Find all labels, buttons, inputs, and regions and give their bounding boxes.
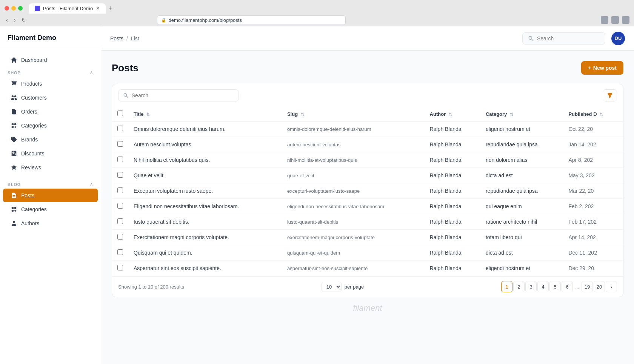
pagination-page-2[interactable]: 2 — [513, 281, 525, 292]
row-author[interactable]: Ralph Blanda — [425, 261, 480, 276]
row-checkbox-4[interactable] — [117, 187, 123, 193]
table-row: Nihil mollitia et voluptatibus quis. nih… — [112, 152, 623, 168]
minimize-window-btn[interactable] — [11, 6, 16, 11]
pagination-next-btn[interactable]: › — [606, 281, 617, 292]
row-title[interactable]: Aspernatur sint eos suscipit sapiente. — [128, 261, 282, 276]
shop-section-label: SHOP ∧ — [0, 67, 101, 77]
row-checkbox-9[interactable] — [117, 265, 123, 270]
col-slug[interactable]: Slug ⇅ — [282, 107, 425, 121]
per-page-selector[interactable]: 10 25 50 per page — [322, 282, 364, 292]
col-title[interactable]: Title ⇅ — [128, 107, 282, 121]
extension-icon-3[interactable] — [622, 16, 629, 24]
row-author[interactable]: Ralph Blanda — [425, 152, 480, 168]
url-text: demo.filamentphp.com/blog/posts — [169, 17, 242, 23]
top-bar-right: DU — [522, 32, 625, 45]
select-all-checkbox[interactable] — [117, 111, 123, 116]
sidebar-item-posts[interactable]: Posts — [3, 189, 98, 202]
sidebar-item-categories[interactable]: Categories — [3, 119, 98, 132]
row-title[interactable]: Eligendi non necessitatibus vitae labori… — [128, 199, 282, 214]
row-checkbox-5[interactable] — [117, 203, 123, 209]
new-post-button[interactable]: + New post — [581, 61, 623, 75]
select-all-header — [112, 107, 128, 121]
extension-icon-2[interactable] — [611, 16, 619, 24]
table-row: Excepturi voluptatem iusto saepe. except… — [112, 183, 623, 199]
sidebar-item-brands[interactable]: Brands — [3, 133, 98, 146]
row-title[interactable]: Autem nesciunt voluptas. — [128, 137, 282, 152]
row-author[interactable]: Ralph Blanda — [425, 230, 480, 245]
blog-collapse-btn[interactable]: ∧ — [90, 182, 93, 187]
sidebar-item-orders[interactable]: Orders — [3, 105, 98, 118]
row-checkbox-8[interactable] — [117, 249, 123, 255]
col-category[interactable]: Category ⇅ — [480, 107, 563, 121]
breadcrumb-posts-link[interactable]: Posts — [110, 35, 123, 41]
table-toolbar — [112, 84, 623, 107]
table-search-bar[interactable] — [118, 89, 239, 101]
row-checkbox-2[interactable] — [117, 157, 123, 162]
top-search-bar[interactable] — [522, 32, 605, 45]
sidebar-item-discounts[interactable]: Discounts — [3, 147, 98, 160]
row-slug: excepturi-voluptatem-iusto-saepe — [282, 183, 425, 199]
row-title[interactable]: Quisquam qui et quidem. — [128, 245, 282, 261]
sidebar-item-reviews[interactable]: Reviews — [3, 161, 98, 174]
reload-btn[interactable]: ↻ — [20, 16, 28, 24]
row-checkbox-0[interactable] — [117, 126, 123, 131]
row-title[interactable]: Exercitationem magni corporis voluptate. — [128, 230, 282, 245]
row-checkbox-1[interactable] — [117, 141, 123, 147]
pagination-page-5[interactable]: 5 — [549, 281, 561, 292]
row-checkbox-3[interactable] — [117, 172, 123, 178]
per-page-select-input[interactable]: 10 25 50 — [322, 282, 342, 292]
blog-categories-label: Categories — [21, 206, 47, 212]
row-author[interactable]: Ralph Blanda — [425, 168, 480, 183]
row-title[interactable]: Nihil mollitia et voluptatibus quis. — [128, 152, 282, 168]
pagination-page-4[interactable]: 4 — [537, 281, 549, 292]
close-window-btn[interactable] — [5, 6, 9, 11]
reviews-icon — [11, 164, 17, 171]
row-author[interactable]: Ralph Blanda — [425, 214, 480, 230]
table-search-input[interactable] — [132, 92, 234, 98]
extension-icon-1[interactable] — [601, 16, 608, 24]
sidebar-item-products[interactable]: Products — [3, 77, 98, 91]
avatar: DU — [611, 32, 625, 45]
row-checkbox-7[interactable] — [117, 234, 123, 240]
new-post-label: New post — [593, 65, 617, 71]
top-search-input[interactable] — [537, 35, 597, 41]
tab-close-btn[interactable]: ✕ — [96, 6, 100, 11]
pagination-page-1[interactable]: 1 — [501, 281, 512, 292]
row-checkbox-6[interactable] — [117, 218, 123, 224]
row-published: Feb 2, 202 — [563, 199, 623, 214]
pagination-page-6[interactable]: 6 — [562, 281, 573, 292]
pagination-page-3[interactable]: 3 — [525, 281, 537, 292]
footer-watermark: filament — [112, 297, 623, 319]
row-title[interactable]: Quae et velit. — [128, 168, 282, 183]
maximize-window-btn[interactable] — [18, 6, 23, 11]
new-tab-btn[interactable]: + — [107, 3, 114, 14]
browser-tab[interactable]: Posts - Filament Demo ✕ — [29, 3, 106, 14]
row-author[interactable]: Ralph Blanda — [425, 199, 480, 214]
browser-chrome: Posts - Filament Demo ✕ + ‹ › ↻ 🔒 demo.f… — [0, 0, 634, 26]
slug-sort-icon: ⇅ — [301, 112, 304, 117]
address-bar[interactable]: 🔒 demo.filamentphp.com/blog/posts — [157, 15, 346, 25]
row-author[interactable]: Ralph Blanda — [425, 137, 480, 152]
sidebar-item-authors[interactable]: Authors — [3, 217, 98, 230]
row-slug: iusto-quaerat-sit-debitis — [282, 214, 425, 230]
row-title[interactable]: Excepturi voluptatem iusto saepe. — [128, 183, 282, 199]
row-author[interactable]: Ralph Blanda — [425, 183, 480, 199]
shop-collapse-btn[interactable]: ∧ — [90, 70, 93, 75]
row-title[interactable]: Omnis doloremque deleniti eius harum. — [128, 121, 282, 137]
sidebar-item-dashboard[interactable]: Dashboard — [3, 53, 98, 67]
customers-label: Customers — [21, 95, 47, 101]
col-author[interactable]: Author ⇅ — [425, 107, 480, 121]
sidebar-item-customers[interactable]: Customers — [3, 91, 98, 104]
sidebar-item-blog-categories[interactable]: Categories — [3, 203, 98, 216]
pagination-page-20[interactable]: 20 — [594, 281, 605, 292]
forward-btn[interactable]: › — [12, 16, 17, 24]
pagination-page-19[interactable]: 19 — [582, 281, 593, 292]
row-published: Feb 17, 202 — [563, 214, 623, 230]
row-author[interactable]: Ralph Blanda — [425, 245, 480, 261]
back-btn[interactable]: ‹ — [5, 16, 9, 24]
row-author[interactable]: Ralph Blanda — [425, 121, 480, 137]
row-title[interactable]: Iusto quaerat sit debitis. — [128, 214, 282, 230]
filter-button[interactable] — [603, 89, 617, 101]
top-bar: Posts / List DU — [101, 26, 634, 51]
col-published[interactable]: Published D ⇅ — [563, 107, 623, 121]
